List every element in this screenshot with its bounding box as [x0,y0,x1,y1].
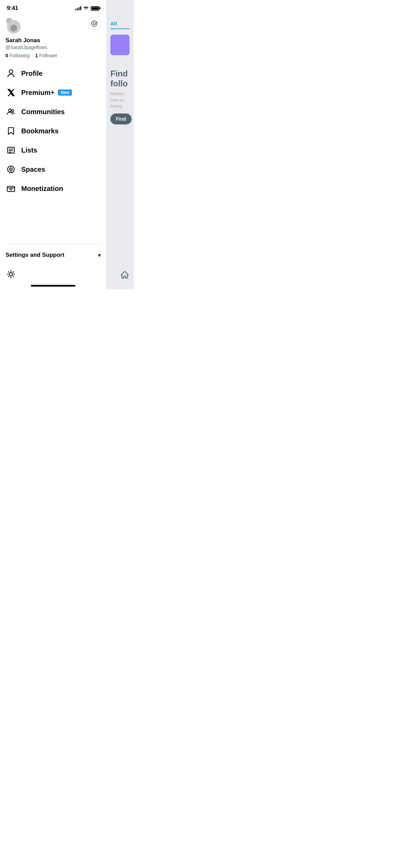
wifi-icon [83,6,89,11]
nav-label-bookmarks: Bookmarks [21,127,59,135]
home-button[interactable] [120,270,130,280]
svg-point-9 [10,169,11,170]
add-account-button[interactable] [88,17,101,30]
find-people-subtitle: Retweehere asfinding [110,91,130,109]
x-logo-icon [5,87,16,98]
svg-line-21 [13,276,14,277]
list-icon [5,145,16,156]
svg-point-1 [9,109,11,112]
spaces-icon [5,164,16,175]
status-bar: 9:41 [0,0,106,14]
drawer-panel: 9:41 [0,0,106,289]
svg-line-20 [8,272,9,272]
person-icon [5,68,16,79]
svg-line-23 [13,272,14,272]
display-icon[interactable] [5,269,16,280]
nav-item-bookmarks[interactable]: Bookmarks [0,121,106,141]
followers-stat: 1 Follower [35,53,58,58]
purple-promo-block [110,35,130,55]
chevron-down-icon: ▾ [98,252,101,258]
nav-item-spaces[interactable]: Spaces [0,160,106,179]
right-panel-tab: All [110,21,130,29]
nav-item-communities[interactable]: Communities [0,102,106,121]
svg-point-2 [11,110,13,112]
svg-point-15 [9,273,13,276]
nav-label-communities: Communities [21,108,65,116]
nav-item-profile[interactable]: Profile [0,64,106,83]
status-time: 9:41 [7,5,18,12]
settings-label: Settings and Support [5,252,64,258]
profile-section: Sarah Jonas @SarahJpageflows 0 Following… [0,14,106,58]
find-people-button[interactable]: Find [110,113,132,124]
nav-label-spaces: Spaces [21,166,45,173]
home-indicator [31,285,75,287]
monetization-icon [5,183,16,194]
nav-label-premium: Premium+ [21,89,54,97]
find-people-title: Findfollo [110,69,130,89]
signal-icon [75,6,81,10]
nav-item-monetization[interactable]: Monetization [0,179,106,198]
nav-label-profile: Profile [21,70,42,77]
avatar [5,17,22,34]
svg-line-22 [8,276,9,277]
nav-menu: Profile Premium+ New [0,58,106,242]
avatar-primary [7,20,21,34]
menu-divider [5,244,101,244]
nav-item-premium[interactable]: Premium+ New [0,83,106,102]
profile-stats: 0 Following 1 Follower [5,53,101,58]
svg-point-0 [92,21,97,27]
nav-label-lists: Lists [21,146,37,154]
profile-handle: @SarahJpageflows [5,45,101,50]
svg-rect-12 [7,186,15,192]
nav-label-monetization: Monetization [21,185,63,193]
right-panel: All Findfollo Retweehere asfinding Find [106,0,134,289]
nav-item-lists[interactable]: Lists [0,141,106,160]
settings-support-row[interactable]: Settings and Support ▾ [0,245,106,265]
new-badge: New [58,89,72,96]
status-icons [75,6,99,11]
battery-icon [91,6,99,11]
bookmark-icon [5,125,16,136]
communities-icon [5,106,16,117]
profile-name: Sarah Jonas [5,37,101,44]
following-stat: 0 Following [5,53,30,58]
